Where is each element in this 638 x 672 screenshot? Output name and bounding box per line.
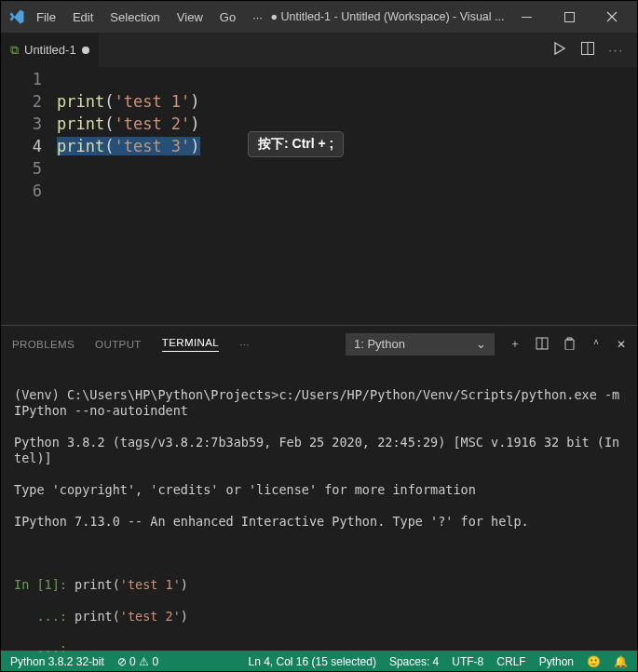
maximize-button[interactable] xyxy=(548,1,590,33)
vscode-logo xyxy=(5,8,29,25)
feedback-icon[interactable]: 🙂 xyxy=(587,655,601,668)
svg-rect-1 xyxy=(564,12,574,21)
keybind-tooltip: 按下: Ctrl + ; xyxy=(248,131,344,157)
kill-terminal-icon[interactable] xyxy=(563,337,576,352)
status-encoding[interactable]: UTF-8 xyxy=(452,655,483,668)
gutter: 3 xyxy=(1,114,57,133)
terminal-line: Python 3.8.2 (tags/v3.8.2:7b3ab59, Feb 2… xyxy=(14,435,624,466)
close-panel-icon[interactable]: ✕ xyxy=(617,338,626,351)
status-language[interactable]: Python xyxy=(539,655,574,668)
close-button[interactable] xyxy=(590,1,633,33)
status-cursor-position[interactable]: Ln 4, Col 16 (15 selected) xyxy=(249,655,376,668)
panel-header: PROBLEMS OUTPUT TERMINAL ··· 1: Python ⌄… xyxy=(1,325,637,362)
titlebar: File Edit Selection View Go ··· ● Untitl… xyxy=(1,1,637,33)
editor-tab[interactable]: ⧉ Untitled-1 xyxy=(1,33,99,68)
svg-rect-0 xyxy=(522,17,532,18)
status-bar: Python 3.8.2 32-bit ⊘ 0 ⚠ 0 Ln 4, Col 16… xyxy=(1,651,637,672)
status-problems[interactable]: ⊘ 0 ⚠ 0 xyxy=(117,655,158,668)
terminal-line: In [1]: print('test 1') xyxy=(14,577,624,593)
panel-tab-problems[interactable]: PROBLEMS xyxy=(12,339,75,350)
status-indentation[interactable]: Spaces: 4 xyxy=(389,655,439,668)
menu-overflow[interactable]: ··· xyxy=(245,7,270,28)
terminal-selector[interactable]: 1: Python ⌄ xyxy=(346,333,495,356)
terminal-line: (Venv) C:\Users\HP\Python\Projects>c:/Us… xyxy=(14,387,624,419)
menu-edit[interactable]: Edit xyxy=(65,7,101,28)
menu-file[interactable]: File xyxy=(29,7,63,28)
split-editor-icon[interactable] xyxy=(580,41,595,59)
window-title: ● Untitled-1 - Untitled (Workspace) - Vi… xyxy=(270,10,505,23)
menu-go[interactable]: Go xyxy=(212,7,243,28)
panel-tab-terminal[interactable]: TERMINAL xyxy=(162,337,219,352)
notifications-icon[interactable]: 🔔 xyxy=(614,655,628,668)
tab-title: Untitled-1 xyxy=(24,43,76,57)
split-terminal-icon[interactable] xyxy=(536,337,549,352)
gutter: 5 xyxy=(1,159,57,178)
new-terminal-icon[interactable]: ＋ xyxy=(509,337,521,351)
minimize-button[interactable] xyxy=(505,1,548,33)
status-python-env[interactable]: Python 3.8.2 32-bit xyxy=(10,655,104,668)
menu-selection[interactable]: Selection xyxy=(102,7,167,28)
chevron-down-icon: ⌄ xyxy=(476,337,486,351)
status-eol[interactable]: CRLF xyxy=(496,655,525,668)
maximize-panel-icon[interactable]: ＾ xyxy=(590,337,602,351)
menu-view[interactable]: View xyxy=(170,7,210,28)
minimap[interactable] xyxy=(590,68,637,325)
code-editor[interactable]: 1 2print('test 1') 3print('test 2') 4pri… xyxy=(1,68,637,325)
panel-tab-more[interactable]: ··· xyxy=(239,339,250,350)
terminal-line: IPython 7.13.0 -- An enhanced Interactiv… xyxy=(14,514,624,530)
panel-tab-output[interactable]: OUTPUT xyxy=(95,339,142,350)
terminal-line: ...: print('test 2') xyxy=(14,609,624,625)
python-file-icon: ⧉ xyxy=(10,43,19,58)
tab-bar: ⧉ Untitled-1 ··· xyxy=(1,33,637,68)
terminal[interactable]: (Venv) C:\Users\HP\Python\Projects>c:/Us… xyxy=(1,362,637,651)
gutter: 1 xyxy=(1,70,57,88)
gutter: 2 xyxy=(1,92,57,111)
gutter: 4 xyxy=(1,137,57,155)
menu-bar: File Edit Selection View Go ··· xyxy=(29,7,270,28)
more-actions-icon[interactable]: ··· xyxy=(608,43,624,57)
tab-dirty-indicator xyxy=(82,47,89,54)
terminal-line: Type 'copyright', 'credits' or 'license'… xyxy=(14,482,624,498)
run-icon[interactable] xyxy=(552,41,567,59)
gutter: 6 xyxy=(1,181,57,200)
